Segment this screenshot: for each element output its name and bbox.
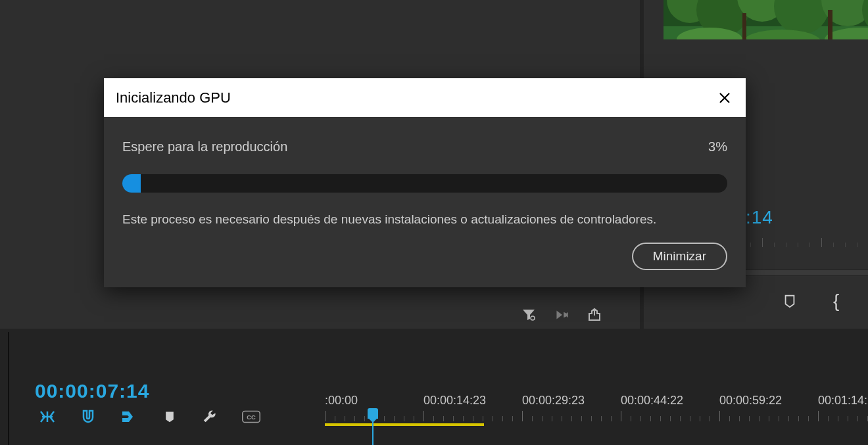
svg-rect-11 <box>742 13 746 39</box>
progress-fill <box>122 174 141 193</box>
play-camera-icon[interactable] <box>552 306 571 324</box>
playhead[interactable] <box>368 408 378 445</box>
minimize-button[interactable]: Minimizar <box>632 243 727 270</box>
forest-thumbnail-image <box>663 0 868 39</box>
svg-point-13 <box>531 316 535 320</box>
timeline-tools: CC <box>38 408 260 426</box>
dialog-body: Espere para la reproducción 3% Este proc… <box>104 117 746 287</box>
export-frame-icon[interactable] <box>585 306 604 324</box>
filter-icon[interactable] <box>519 306 538 324</box>
timeline-current-timecode[interactable]: 00:00:07:14 <box>35 380 149 402</box>
progress-bar <box>122 174 727 193</box>
source-monitor-toolbar <box>519 306 604 324</box>
svg-text:CC: CC <box>247 414 256 421</box>
ruler-label: 00:00:59:22 <box>719 394 782 408</box>
close-icon[interactable] <box>715 89 734 107</box>
dialog-title-text: Inicializando GPU <box>116 89 231 106</box>
ruler-label: :00:00 <box>325 394 358 408</box>
dialog-percent-text: 3% <box>708 139 727 154</box>
program-thumbnail <box>663 0 868 39</box>
wrench-settings-icon[interactable] <box>201 408 220 426</box>
timeline-left-border <box>8 332 9 445</box>
magnet-snap-icon[interactable] <box>79 408 97 426</box>
timeline-ruler[interactable]: :00:0000:00:14:2300:00:29:2300:00:44:220… <box>325 394 868 425</box>
work-area-bar[interactable] <box>325 423 484 426</box>
ruler-label: 00:00:44:22 <box>621 394 683 408</box>
cc-captions-icon[interactable]: CC <box>242 408 260 426</box>
linked-selection-icon[interactable] <box>120 408 138 426</box>
marker-outline-icon[interactable] <box>783 294 797 308</box>
brace-icon[interactable]: { <box>833 292 846 310</box>
svg-rect-12 <box>828 10 832 39</box>
dialog-status-text: Espere para la reproducción <box>122 139 287 154</box>
dialog-titlebar[interactable]: Inicializando GPU <box>104 78 746 117</box>
ruler-label: 00:00:29:23 <box>522 394 585 408</box>
timeline-panel: 00:00:07:14 CC :00:0000:00:14:2300:00:29… <box>0 332 868 445</box>
gpu-init-dialog: Inicializando GPU Espere para la reprodu… <box>104 78 746 287</box>
program-timecode: :14 <box>746 207 773 228</box>
ruler-label: 00:01:14:22 <box>818 394 868 408</box>
insert-overwrite-icon[interactable] <box>38 408 57 426</box>
dialog-description: Este proceso es necesario después de nue… <box>122 212 727 227</box>
add-marker-icon[interactable] <box>160 408 179 426</box>
ruler-label: 00:00:14:23 <box>423 394 486 408</box>
